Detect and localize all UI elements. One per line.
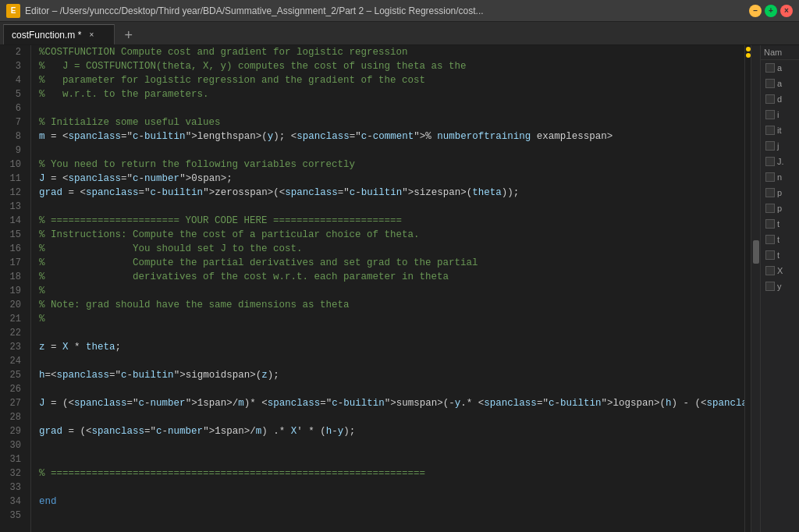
right-sidebar: Nam aadiitjJ.npptttXy — [760, 45, 799, 532]
tab-close-costFunction[interactable]: × — [86, 30, 97, 41]
code-line-30 — [31, 438, 744, 452]
file-icon — [765, 94, 775, 104]
code-line-15: % Instructions: Compute the cost of a pa… — [31, 228, 744, 242]
file-label: X — [777, 266, 783, 275]
warning-indicator-2 — [746, 53, 751, 58]
sidebar-file-item[interactable]: j — [761, 138, 799, 154]
close-button[interactable]: × — [780, 5, 793, 17]
line-num-8: 8 — [0, 129, 26, 144]
file-label: a — [777, 79, 782, 88]
line-num-35: 35 — [0, 509, 26, 523]
sidebar-file-item[interactable]: X — [761, 263, 799, 278]
line-num-7: 7 — [0, 115, 26, 129]
add-tab-button[interactable]: + — [119, 26, 138, 44]
code-line-2: %COSTFUNCTION Compute cost and gradient … — [31, 45, 744, 59]
sidebar-file-item[interactable]: y — [761, 278, 799, 294]
line-num-22: 22 — [0, 326, 26, 340]
sidebar-files: aadiitjJ.npptttXy — [761, 60, 799, 294]
file-icon — [765, 157, 775, 166]
code-line-28 — [31, 410, 744, 424]
code-line-14: % ====================== YOUR CODE HERE … — [31, 214, 744, 228]
code-line-5: % w.r.t. to the parameters. — [31, 87, 744, 101]
window-title: Editor – /Users/yunccc/Desktop/Third yea… — [25, 5, 743, 16]
code-line-11: J = <span class="c-number">0span>; — [31, 172, 744, 186]
file-label: n — [777, 172, 782, 182]
sidebar-file-item[interactable]: t — [761, 232, 799, 247]
line-num-28: 28 — [0, 410, 26, 424]
code-line-10: % You need to return the following varia… — [31, 158, 744, 172]
tab-label-costFunction: costFunction.m * — [12, 30, 81, 41]
file-label: t — [777, 250, 779, 260]
code-line-34: end — [31, 495, 744, 509]
file-icon — [765, 266, 775, 275]
code-line-4: % parameter for logistic regression and … — [31, 73, 744, 87]
code-line-20: % Note: grad should have the same dimens… — [31, 298, 744, 312]
file-label: a — [777, 63, 782, 73]
file-label: d — [777, 94, 782, 104]
warning-bar — [744, 45, 751, 532]
line-num-3: 3 — [0, 59, 26, 73]
code-line-18: % derivatives of the cost w.r.t. each pa… — [31, 270, 744, 284]
sidebar-file-item[interactable]: J. — [761, 154, 799, 169]
code-line-19: % — [31, 284, 744, 298]
tab-costFunction[interactable]: costFunction.m *× — [3, 24, 115, 44]
line-num-25: 25 — [0, 368, 26, 382]
file-icon — [765, 282, 775, 291]
minimize-button[interactable]: – — [749, 5, 762, 17]
code-line-13 — [31, 200, 744, 214]
file-label: p — [777, 188, 782, 197]
line-num-9: 9 — [0, 144, 26, 158]
sidebar-file-item[interactable]: p — [761, 200, 799, 216]
code-line-33 — [31, 481, 744, 495]
line-num-32: 32 — [0, 466, 26, 481]
code-area[interactable]: %COSTFUNCTION Compute cost and gradient … — [31, 45, 744, 532]
line-num-21: 21 — [0, 312, 26, 326]
line-num-10: 10 — [0, 158, 26, 172]
file-label: p — [777, 204, 782, 213]
line-num-23: 23 — [0, 340, 26, 354]
main-editor: 2345678910111213141516171819202122232425… — [0, 45, 799, 532]
line-num-29: 29 — [0, 424, 26, 438]
sidebar-file-item[interactable]: n — [761, 169, 799, 185]
sidebar-file-item[interactable]: t — [761, 216, 799, 232]
line-num-13: 13 — [0, 200, 26, 214]
file-label: t — [777, 235, 779, 244]
scroll-indicator — [751, 45, 760, 532]
line-num-2: 2 — [0, 45, 26, 59]
tabs-container: computeCost.m×ex1.m×gradientDescent.m×si… — [3, 22, 116, 44]
file-icon — [765, 110, 775, 119]
code-line-24 — [31, 354, 744, 368]
sidebar-file-item[interactable]: i — [761, 107, 799, 122]
sidebar-file-item[interactable]: t — [761, 247, 799, 263]
line-num-6: 6 — [0, 101, 26, 115]
sidebar-file-item[interactable]: a — [761, 76, 799, 91]
code-line-32: % ======================================… — [31, 466, 744, 481]
code-line-22 — [31, 326, 744, 340]
sidebar-file-item[interactable]: p — [761, 185, 799, 200]
maximize-button[interactable]: + — [765, 5, 777, 17]
file-icon — [765, 219, 775, 229]
code-line-31 — [31, 452, 744, 466]
line-num-12: 12 — [0, 186, 26, 200]
line-num-20: 20 — [0, 298, 26, 312]
line-num-14: 14 — [0, 214, 26, 228]
file-icon — [765, 79, 775, 88]
line-num-34: 34 — [0, 495, 26, 509]
line-num-33: 33 — [0, 481, 26, 495]
sidebar-file-item[interactable]: it — [761, 122, 799, 138]
file-icon — [765, 188, 775, 197]
file-label: J. — [777, 157, 784, 166]
code-line-27: J = (<span class="c-number">1span>/m)* <… — [31, 396, 744, 410]
sidebar-header: Nam — [761, 45, 799, 60]
file-icon — [765, 141, 775, 151]
line-num-24: 24 — [0, 354, 26, 368]
line-num-30: 30 — [0, 438, 26, 452]
code-line-9 — [31, 144, 744, 158]
sidebar-file-item[interactable]: a — [761, 60, 799, 76]
warning-indicator — [746, 47, 751, 51]
line-num-19: 19 — [0, 284, 26, 298]
file-icon — [765, 250, 775, 260]
code-line-35 — [31, 509, 744, 523]
scroll-thumb[interactable] — [753, 240, 759, 264]
sidebar-file-item[interactable]: d — [761, 91, 799, 107]
